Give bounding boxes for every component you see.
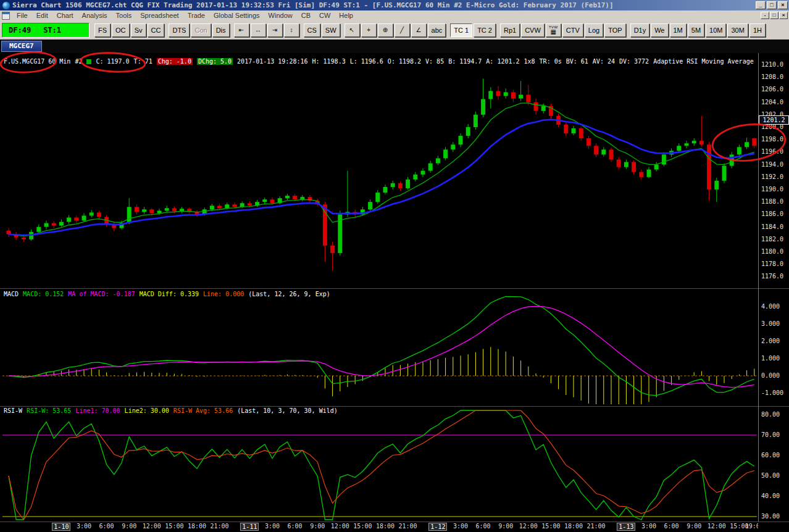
panel-divider[interactable] xyxy=(0,288,789,289)
scale-label: 1186.0 xyxy=(761,210,783,217)
time-label: 18:00 xyxy=(564,523,583,530)
macd-params: (Last, 12, 26, 9, Exp) xyxy=(248,291,330,297)
last-close: C: 1197.0 xyxy=(96,58,129,65)
time-label: 6:00 xyxy=(664,523,679,530)
scale-label: 60.00 xyxy=(761,452,780,459)
scale-label: 1210.0 xyxy=(761,61,783,68)
scale-label: 0.000 xyxy=(761,372,780,379)
time-label: 12:00 xyxy=(708,523,726,530)
time-label: 3:00 xyxy=(77,523,91,530)
scale-label: 1192.0 xyxy=(761,173,783,180)
macd-signal-value: MA of MACD: -0.187 xyxy=(68,291,135,297)
rsi-params: (Last, 10, 3, 70, 30, Wild) xyxy=(237,407,338,414)
open: O: 1198.2 xyxy=(388,58,421,65)
macd-zero-line-value: Line: 0.000 xyxy=(203,291,244,297)
daily-change: DChg: 5.0 xyxy=(197,58,233,65)
time-axis[interactable]: 1-103:006:009:0012:0015:0018:0021:001-11… xyxy=(0,522,758,532)
last-price-marker: 1201.2 xyxy=(759,115,789,125)
time-label: 9:00 xyxy=(498,523,513,530)
time-label: 3:00 xyxy=(453,523,468,530)
rsi-value: RSI-W: 53.65 xyxy=(27,407,71,414)
daily-volume: DV: 3772 xyxy=(619,58,649,65)
time-label: 12:00 xyxy=(519,523,538,530)
scale-label: 1206.0 xyxy=(761,86,783,93)
macd-title: MACD xyxy=(4,291,19,297)
time-label: 19:00 xyxy=(745,523,758,530)
symbol-timeframe: F.US.MGCG17 60 Min xyxy=(4,58,70,65)
scale-label: 1178.0 xyxy=(761,260,783,267)
price-panel-header: F.US.MGCG17 60 Min#2C: 1197.0T: 71Chg: -… xyxy=(4,58,756,65)
time-label: 9:00 xyxy=(687,523,701,530)
date-label: 1-12 xyxy=(428,523,447,531)
rsi-line2-value: Line2: 30.00 xyxy=(125,407,169,414)
trades: T: 71 xyxy=(134,58,152,65)
macd-study xyxy=(2,296,757,404)
scale-label: 1204.0 xyxy=(761,99,783,106)
close-color-swatch xyxy=(86,59,91,64)
time-label: 9:00 xyxy=(122,523,136,530)
bid-volume: BV: 61 xyxy=(566,58,588,65)
scale-label: 1182.0 xyxy=(761,236,783,243)
time-label: 21:00 xyxy=(211,523,229,530)
time-label: 9:00 xyxy=(310,523,325,530)
macd-diff-value: MACD Diff: 0.339 xyxy=(140,291,199,297)
time-label: 15:00 xyxy=(165,523,183,530)
time-label: 3:00 xyxy=(265,523,280,530)
scale-label: 1184.0 xyxy=(761,223,783,230)
scale-label: 1208.0 xyxy=(761,73,783,80)
scale-label: 1198.0 xyxy=(761,136,783,143)
rsi-panel-header: RSI-WRSI-W: 53.65Line1: 70.00Line2: 30.0… xyxy=(4,407,756,414)
scale-label: 1.000 xyxy=(761,355,780,362)
bid: B: 1194.7 xyxy=(448,58,482,65)
scale-label: 1180.0 xyxy=(761,248,783,255)
chart-number: #2 xyxy=(75,58,82,65)
moving-averages xyxy=(9,103,754,236)
scale-label: 40.00 xyxy=(761,493,780,499)
macd-panel-header: MACDMACD: 0.152MA of MACD: -0.187MACD Di… xyxy=(4,291,756,297)
scale-label: 30.00 xyxy=(761,513,780,520)
low: L: 1196.6 xyxy=(350,58,383,65)
rsi-title: RSI-W xyxy=(4,407,22,414)
time-label: 6:00 xyxy=(288,523,303,530)
scale-label: 4.000 xyxy=(761,303,780,310)
date-label: 1-11 xyxy=(240,523,259,531)
date-label: 1-10 xyxy=(52,523,70,531)
ask: A: 1201.2 xyxy=(486,58,519,65)
rsi-study xyxy=(2,410,757,520)
time-label: 3:00 xyxy=(641,523,656,530)
scale-label: 80.00 xyxy=(761,411,780,418)
high: H: 1198.3 xyxy=(312,58,345,65)
scale-label: 50.00 xyxy=(761,472,780,479)
time-label: 15:00 xyxy=(353,523,372,530)
time-label: 12:00 xyxy=(331,523,349,530)
time-label: 12:00 xyxy=(143,523,161,530)
bar-datetime: 2017-01-13 19:28:16 xyxy=(237,58,307,65)
scale-label: 1194.0 xyxy=(761,161,783,168)
rsi-line1-value: Line1: 70.00 xyxy=(75,407,120,414)
scale-label: 1188.0 xyxy=(761,198,783,205)
time-label: 21:00 xyxy=(587,523,606,530)
scale-label: 1190.0 xyxy=(761,186,783,193)
scale-label: -1.000 xyxy=(761,389,783,396)
candlesticks xyxy=(7,78,757,270)
scale-label: 2.000 xyxy=(761,338,780,344)
ask-volume: AV: 24 xyxy=(593,58,615,65)
chart-canvas[interactable] xyxy=(0,0,789,532)
macd-value: MACD: 0.152 xyxy=(23,291,64,297)
date-label: 1-13 xyxy=(617,523,635,531)
bid-ask-size: 1x8 xyxy=(524,58,535,65)
sierra-chart-window: Sierra Chart 1506 MGCEG7.cht CQG FIX Tra… xyxy=(0,0,789,532)
time-label: 6:00 xyxy=(99,523,114,530)
scale-label: 1196.0 xyxy=(761,148,783,155)
panel-divider[interactable] xyxy=(0,406,789,407)
time-label: 18:00 xyxy=(376,523,394,530)
volume: V: 85 xyxy=(425,58,444,65)
time-label: 21:00 xyxy=(399,523,417,530)
change: Chg: -1.0 xyxy=(157,58,193,65)
time-label: 15:00 xyxy=(541,523,560,530)
time-label: 6:00 xyxy=(476,523,491,530)
scale-label: 70.00 xyxy=(761,431,780,438)
time-label: 18:00 xyxy=(188,523,206,530)
scale-label: 3.000 xyxy=(761,320,780,327)
scale-label: 1176.0 xyxy=(761,273,783,280)
